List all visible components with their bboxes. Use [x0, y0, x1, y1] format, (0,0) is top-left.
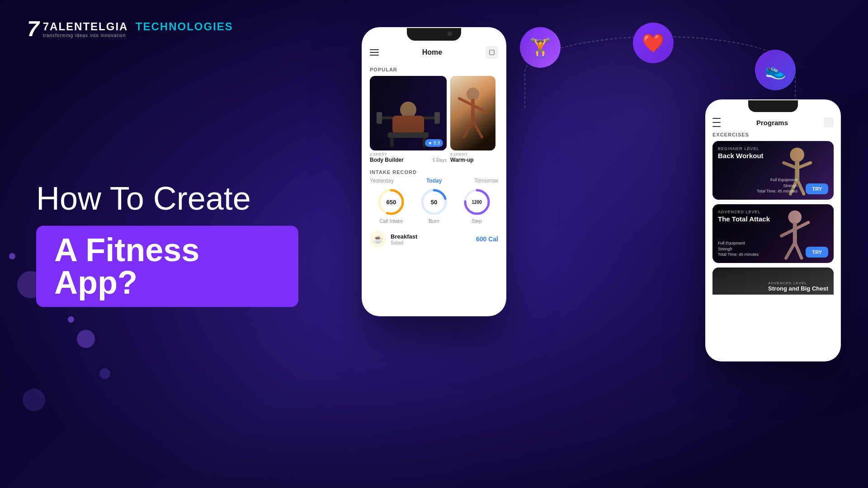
headline-line1: How To Create — [36, 181, 298, 216]
svg-rect-3 — [377, 112, 382, 124]
intake-label: INTAKE RECORD — [370, 169, 498, 175]
phone-main-mockup: Home POPULAR — [362, 27, 506, 316]
breakfast-cal: 600 Cal — [476, 235, 498, 243]
back-workout-name: Back Workout — [718, 152, 764, 160]
shoe-icon-bubble: 👟 — [755, 50, 796, 90]
call-intake-value: 650 — [386, 199, 396, 206]
rating-badge: ★ 8.9 — [425, 139, 443, 147]
total-attack-try-button[interactable]: TRY — [806, 247, 828, 258]
svg-line-16 — [473, 121, 482, 137]
programs-menu-icon[interactable] — [712, 118, 721, 127]
back-workout-time: Total Time: 45 minutes — [757, 188, 797, 194]
svg-point-11 — [467, 88, 479, 100]
chest-level: ADVENCED LEVEL — [768, 281, 828, 285]
shoe-icon: 👟 — [765, 60, 786, 80]
tab-today[interactable]: Today — [426, 178, 442, 184]
left-text-section: How To Create A Fitness App? — [36, 181, 298, 307]
food-icon: ☕ — [370, 231, 386, 247]
exercises-label: EXCERCISES — [706, 132, 840, 141]
call-intake-label: Call Intake — [379, 218, 403, 224]
chest-card-peek[interactable]: ADVENCED LEVEL Strong and Big Chest — [712, 267, 834, 295]
total-attack-detail2: Strengh — [718, 246, 759, 252]
back-workout-detail1: Full Equipment — [757, 177, 797, 183]
total-attack-card[interactable]: ADVENCED LEVEL The Total Attack Full Equ… — [712, 204, 834, 263]
dot-4 — [68, 316, 74, 323]
dot-2 — [9, 253, 15, 259]
back-workout-detail2: Strengh — [757, 183, 797, 189]
phone-second-mockup: Programs EXCERCISES — [705, 99, 841, 361]
burn-value: 50 — [431, 199, 437, 206]
svg-rect-6 — [392, 116, 424, 134]
logo-tagline: transforming ideas into innovation — [43, 33, 233, 38]
burn-wrapper: 50 — [420, 188, 448, 216]
call-intake-circle: 650 Call Intake — [377, 188, 405, 224]
main-content: 7 7ALENTELGIA TECHNOLOGIES transforming … — [0, 0, 868, 488]
breakfast-sub: Salad — [391, 240, 472, 245]
tab-tomorrow[interactable]: Tomorrow — [474, 178, 498, 184]
headline-line2: A Fitness App? — [54, 232, 199, 301]
back-workout-details: Full Equipment Strengh Total Time: 45 mi… — [757, 177, 797, 194]
second-phone-notch — [748, 100, 798, 112]
logo-name: 7ALENTELGIA TECHNOLOGIES — [43, 20, 233, 33]
intake-tabs: Yesterday Today Tomorrow — [370, 178, 498, 184]
phone-camera — [448, 32, 452, 36]
burn-label: Burn — [429, 218, 439, 224]
back-workout-info: BEGINNER LEVEL Back Workout — [718, 146, 764, 162]
settings-button[interactable] — [486, 46, 498, 59]
total-attack-details: Full Equipment Strengh Total Time: 45 mi… — [718, 240, 759, 258]
total-attack-level: ADVENCED LEVEL — [718, 210, 770, 214]
programs-settings-btn[interactable] — [824, 117, 834, 127]
dumbbell-icon-bubble: 🏋️ — [520, 27, 561, 68]
total-attack-info: ADVENCED LEVEL The Total Attack — [718, 210, 770, 225]
svg-line-15 — [464, 121, 473, 137]
back-workout-card[interactable]: BEGINNER LEVEL Back Workout Full Equipme… — [712, 141, 834, 200]
heart-icon: ❤️ — [642, 33, 665, 54]
food-info: Breakfast Salad — [391, 233, 472, 245]
dumbbell-icon: 🏋️ — [529, 37, 552, 58]
chest-name: Strong and Big Chest — [768, 285, 828, 292]
phone-screen: Home POPULAR — [363, 28, 505, 315]
warmup-card-image — [450, 76, 495, 150]
step-wrapper: 1200 — [463, 188, 491, 216]
intake-section: INTAKE RECORD Yesterday Today Tomorrow — [363, 166, 505, 224]
dot-5 — [99, 368, 110, 379]
step-label: Step — [472, 218, 482, 224]
back-workout-try-button[interactable]: TRY — [806, 183, 828, 194]
heart-icon-bubble: ❤️ — [633, 23, 674, 63]
menu-icon[interactable] — [370, 49, 379, 56]
body-builder-info: EXPERT Body Builder 5 Days — [370, 150, 447, 164]
svg-rect-4 — [434, 112, 440, 124]
logo-text-block: 7ALENTELGIA TECHNOLOGIES transforming id… — [43, 20, 233, 38]
svg-rect-7 — [388, 132, 429, 138]
progress-circles: 650 Call Intake 50 Burn — [370, 188, 498, 224]
total-attack-time: Total Time: 45 minutes — [718, 252, 759, 258]
phone-notch — [407, 28, 461, 41]
svg-line-13 — [459, 99, 473, 105]
dot-6 — [23, 389, 45, 411]
programs-title: Programs — [756, 119, 788, 127]
breakfast-row: ☕ Breakfast Salad 600 Cal — [363, 227, 505, 251]
warmup-info: EXPERT Warm-up — [450, 150, 495, 164]
workout-card-large[interactable]: ★ 8.9 EXPERT Body Builder 5 Days — [370, 76, 447, 164]
tab-yesterday[interactable]: Yesterday — [370, 178, 394, 184]
app-header-title: Home — [422, 48, 442, 56]
svg-rect-2 — [379, 117, 438, 119]
svg-line-14 — [473, 105, 486, 112]
body-builder-card-image: ★ 8.9 — [370, 76, 447, 150]
svg-rect-0 — [490, 50, 495, 55]
popular-cards-row: ★ 8.9 EXPERT Body Builder 5 Days — [363, 74, 505, 166]
burn-circle: 50 Burn — [420, 188, 448, 224]
chest-card-info: ADVENCED LEVEL Strong and Big Chest — [768, 281, 828, 292]
step-circle: 1200 Step — [463, 188, 491, 224]
logo: 7 7ALENTELGIA TECHNOLOGIES transforming … — [27, 18, 233, 40]
logo-icon: 7 — [27, 18, 39, 40]
svg-rect-10 — [450, 76, 495, 150]
second-phone-screen: Programs EXCERCISES — [706, 100, 840, 361]
svg-rect-8 — [390, 138, 394, 147]
headline-highlight-box: A Fitness App? — [36, 226, 298, 307]
step-value: 1200 — [472, 200, 482, 205]
workout-card-small[interactable]: EXPERT Warm-up — [450, 76, 495, 164]
call-intake-wrapper: 650 — [377, 188, 405, 216]
popular-label: POPULAR — [363, 63, 505, 74]
breakfast-name: Breakfast — [391, 233, 472, 240]
